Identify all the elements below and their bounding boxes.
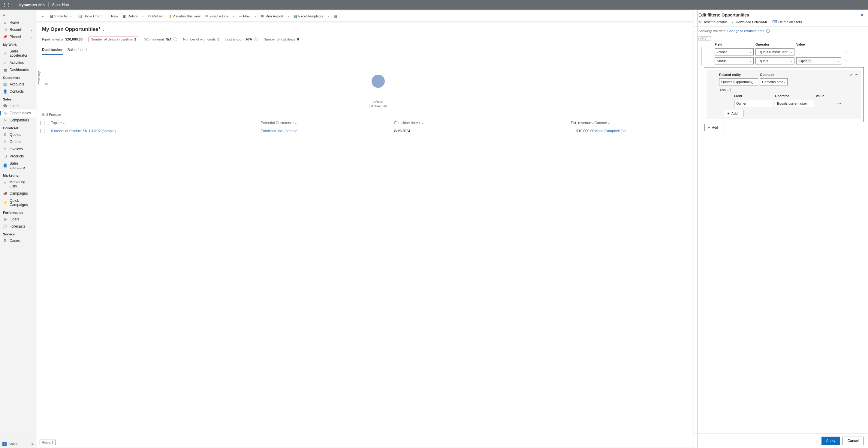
- chevron-down-icon[interactable]: ⌄: [141, 15, 145, 18]
- hamburger-icon[interactable]: ≡: [0, 11, 36, 19]
- field-select[interactable]: Owner⌄: [734, 100, 773, 107]
- flow-button[interactable]: ⇨Flow: [237, 13, 252, 20]
- operator-select[interactable]: Equals current user⌄: [755, 48, 795, 56]
- nav-dashboards[interactable]: ▦Dashboards: [0, 66, 36, 73]
- cell-contact[interactable]: Maria Campbell (sa: [594, 129, 690, 133]
- nav-contacts[interactable]: 👤Contacts: [0, 88, 36, 95]
- refresh-button[interactable]: ⟳Refresh: [147, 13, 166, 20]
- edit-filters-panel: Edit filters: Opportunities✕ ⟲Reset to d…: [694, 10, 868, 448]
- nav-recent[interactable]: ◷Recent⌄: [0, 26, 36, 33]
- apply-button[interactable]: Apply: [822, 437, 840, 445]
- col-est-revenue[interactable]: Est. revenue⌄: [499, 121, 595, 125]
- nav-sales-literature[interactable]: 📘Sales Literature: [0, 160, 36, 171]
- collapse-icon[interactable]: ⤢: [850, 73, 853, 77]
- table-row[interactable]: 6 orders of Product SKU JJ202 (sample) F…: [37, 127, 693, 135]
- new-button[interactable]: ＋New: [104, 12, 120, 20]
- nav-quick-campaigns[interactable]: ⚡Quick Campaigns: [0, 197, 36, 208]
- chart-bubble[interactable]: [372, 75, 385, 88]
- field-value: Owner: [736, 102, 746, 105]
- chevron-down-icon[interactable]: ⌄: [253, 15, 258, 18]
- row-more-icon[interactable]: ⋯: [836, 101, 843, 106]
- bolt-icon: ⚡: [3, 201, 7, 205]
- info-icon[interactable]: i: [174, 37, 177, 41]
- field-select[interactable]: Owner⌄: [715, 48, 754, 56]
- excel-icon: ▦: [334, 14, 337, 18]
- dashboard-icon: ▦: [3, 68, 7, 72]
- add-condition-button[interactable]: ＋Add⌄: [705, 124, 724, 131]
- tab-deal-tracker[interactable]: Deal tracker: [42, 45, 63, 55]
- nav-competitors[interactable]: ⚔Competitors: [0, 117, 36, 124]
- nav-sales-accelerator[interactable]: ⚡Sales accelerator: [0, 48, 36, 59]
- chip-remove-icon[interactable]: ✕: [808, 59, 811, 62]
- excel-templates-button[interactable]: ▦Excel Templates: [292, 13, 326, 20]
- nav-orders[interactable]: 🗎Orders: [0, 138, 36, 145]
- select-all-checkbox[interactable]: [40, 121, 44, 125]
- app-launcher-icon[interactable]: ⋮⋮⋮: [2, 2, 15, 7]
- area-switcher[interactable]: S Sales ⇅: [0, 440, 36, 448]
- nav-marketing-lists[interactable]: ☰Marketing Lists: [0, 178, 36, 190]
- change-to-retained-link[interactable]: Change to retained data: [727, 29, 764, 33]
- nav-accounts[interactable]: 🏢Accounts: [0, 81, 36, 88]
- and-group-toggle[interactable]: AND⌄: [699, 36, 711, 41]
- nav-home[interactable]: ⌂Home: [0, 19, 36, 26]
- reset-to-default-button[interactable]: ⟲Reset to default: [699, 20, 727, 24]
- section-sales: Sales: [0, 95, 36, 102]
- add-nested-button[interactable]: ＋Add⌄: [724, 110, 743, 117]
- excel-export-button[interactable]: ▦: [332, 13, 339, 20]
- col-potential-customer[interactable]: Potential Customer *⌄: [261, 121, 394, 125]
- download-fetchxml-button[interactable]: ⭳Download FetchXML: [731, 20, 768, 24]
- email-link-button[interactable]: ✉Email a Link: [204, 13, 230, 20]
- value-multiselect[interactable]: Open✕⌄: [796, 57, 841, 65]
- nav-products[interactable]: ☐Products: [0, 152, 36, 160]
- operator-select[interactable]: Equals current user⌄: [775, 100, 814, 107]
- chevron-down-icon: ⌄: [749, 60, 751, 62]
- cell-topic[interactable]: 6 orders of Product SKU JJ202 (sample): [51, 129, 261, 133]
- row-checkbox[interactable]: [40, 129, 44, 133]
- nav-cases[interactable]: 🛠Cases: [0, 237, 36, 244]
- info-icon[interactable]: i: [766, 29, 770, 33]
- chevron-down-icon[interactable]: ⌄: [231, 15, 236, 18]
- nav-label: Invoices: [10, 147, 23, 151]
- chevron-down-icon[interactable]: ⌄: [326, 15, 331, 18]
- row-more-icon[interactable]: ⋯: [855, 72, 859, 77]
- cell-revenue: $10,000.00: [499, 129, 595, 133]
- view-title[interactable]: My Open Opportunities*⌄: [42, 26, 688, 32]
- nav-activities[interactable]: ✓Activities: [0, 59, 36, 66]
- chip-text: Open: [800, 59, 807, 63]
- metric-lost-amount: Lost amountN/Ai: [225, 37, 257, 42]
- nested-and-toggle[interactable]: AND⌄: [718, 88, 731, 92]
- nav-invoices[interactable]: 🗎Invoices: [0, 145, 36, 152]
- show-as-button[interactable]: ▦Show As⌄: [48, 13, 75, 20]
- nav-quotes[interactable]: 🗎Quotes: [0, 131, 36, 138]
- field-select[interactable]: Status⌄: [715, 57, 754, 65]
- nav-opportunities[interactable]: ◇Opportunities: [0, 109, 36, 117]
- visualize-button[interactable]: ▮Visualize this view: [167, 13, 202, 20]
- cell-customer[interactable]: Fabrikam, Inc. (sample): [261, 129, 394, 133]
- nav-goals[interactable]: ◎Goals: [0, 216, 36, 223]
- chart-y-label: Probability: [37, 71, 41, 85]
- nav-sidebar: ≡ ⌂Home ◷Recent⌄ 📌Pinned⌄ My Work ⚡Sales…: [0, 10, 36, 448]
- col-topic[interactable]: Topic *⌄: [51, 121, 261, 125]
- nav-forecasts[interactable]: 📈Forecasts: [0, 223, 36, 230]
- nav-leads[interactable]: ☎Leads: [0, 102, 36, 109]
- cancel-button[interactable]: Cancel: [842, 437, 864, 445]
- col-contact[interactable]: Contact⌄: [594, 121, 690, 125]
- nav-campaigns[interactable]: 📣Campaigns: [0, 190, 36, 197]
- nav-pinned[interactable]: 📌Pinned⌄: [0, 33, 36, 40]
- run-report-button[interactable]: 🗎Run Report: [259, 13, 285, 19]
- delete-button[interactable]: 🗑Delete: [121, 13, 139, 19]
- chevron-down-icon[interactable]: ⌄: [286, 15, 291, 18]
- row-more-icon[interactable]: ⋯: [843, 59, 850, 63]
- info-icon[interactable]: i: [254, 37, 257, 41]
- row-more-icon[interactable]: ⋯: [843, 49, 850, 54]
- operator-select[interactable]: Equals⌄: [755, 57, 795, 65]
- close-icon[interactable]: ✕: [861, 13, 864, 18]
- related-entity-select[interactable]: Quotes (Opportunity)⌄: [719, 78, 758, 85]
- back-button[interactable]: ←: [40, 13, 47, 19]
- col-est-close-date[interactable]: Est. close date↑⌄: [394, 121, 499, 125]
- tab-sales-funnel[interactable]: Sales funnel: [67, 45, 87, 55]
- show-chart-button[interactable]: 📊Show Chart: [76, 13, 103, 20]
- btn-label: Excel Templates: [298, 14, 323, 18]
- delete-all-filters-button[interactable]: ⌫Delete all filters: [772, 20, 802, 24]
- related-operator-select[interactable]: Contains data⌄: [760, 78, 787, 85]
